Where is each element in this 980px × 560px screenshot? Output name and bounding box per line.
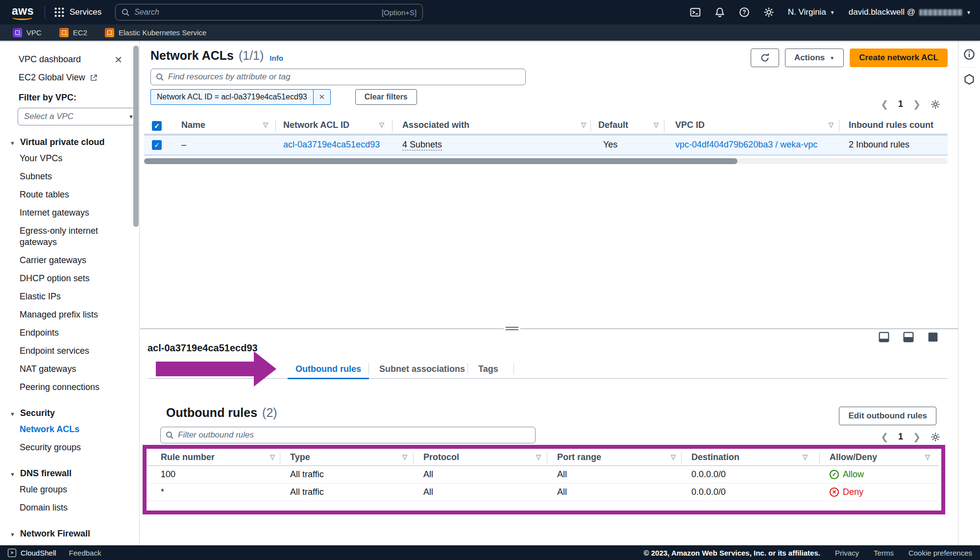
sort-icon[interactable]: ▽ [536,453,541,461]
next-page-icon[interactable]: ❯ [913,431,921,442]
sidebar-item-subnets[interactable]: Subnets [0,168,128,186]
section-header-virtual-private-cloud[interactable]: ▼Virtual private cloud [0,137,139,147]
clear-filters-button[interactable]: Clear filters [355,89,417,105]
section-header-dns-firewall[interactable]: ▼DNS firewall [0,468,139,479]
account-menu[interactable]: david.blackwell @ ▼ [849,7,971,17]
sidebar-item-internet-gateways[interactable]: Internet gateways [0,204,128,222]
sidebar-title-vpc-dashboard[interactable]: VPC dashboard [19,54,81,65]
sidebar-item-rule-groups[interactable]: Rule groups [0,481,128,499]
next-page-icon[interactable]: ❯ [913,98,921,110]
sidebar-item-endpoints[interactable]: Endpoints [0,324,128,342]
sidebar-item-ec2-global-view[interactable]: EC2 Global View [19,73,139,83]
sidebar-item-peering-connections[interactable]: Peering connections [0,378,128,396]
create-network-acl-button[interactable]: Create network ACL [850,49,948,67]
previous-page-icon[interactable]: ❮ [881,98,888,110]
column-header-default[interactable]: Default [598,120,628,130]
sidebar-item-egress-only-internet-gateways[interactable]: Egress-only internet gateways [0,222,128,251]
sidebar-item-carrier-gateways[interactable]: Carrier gateways [0,251,128,269]
preferences-gear-icon[interactable] [931,99,940,109]
sort-icon[interactable]: ▽ [270,453,275,461]
column-header-inbound-rules-count[interactable]: Inbound rules count [849,120,933,130]
sidebar-item-domain-lists[interactable]: Domain lists [0,499,128,517]
sort-icon[interactable]: ▽ [654,121,659,128]
sidebar-item-dhcp-option-sets[interactable]: DHCP option sets [0,269,128,288]
section-header-security[interactable]: ▼Security [0,408,139,418]
acl-table-row-selected[interactable]: ✓ – acl-0a3719e4ca51ecd93 4 Subnets Yes … [144,135,948,155]
vpc-select-dropdown[interactable]: Select a VPC ▼ [18,108,140,125]
section-header-network-firewall[interactable]: ▼Network Firewall [0,529,139,539]
previous-page-icon[interactable]: ❮ [881,431,888,442]
sort-icon[interactable]: ▽ [925,453,930,461]
panel-bottom-icon[interactable] [879,332,889,342]
favorite-eks[interactable]: Elastic Kubernetes Service [105,28,206,37]
sidebar-scrollbar[interactable] [133,46,139,227]
sort-icon[interactable]: ▽ [581,121,586,128]
terms-link[interactable]: Terms [874,549,894,557]
refresh-button[interactable] [751,49,779,67]
cell-associated-subnets-link[interactable]: 4 Subnets [402,140,442,150]
sidebar-item-endpoint-services[interactable]: Endpoint services [0,342,128,360]
column-header-network-acl-id[interactable]: Network ACL ID [283,120,349,130]
cloudshell-launcher[interactable]: > CloudShell [8,549,56,557]
favorite-vpc[interactable]: VPC [13,28,42,37]
column-header-type[interactable]: Type [290,452,310,463]
column-header-allow-deny[interactable]: Allow/Deny [830,452,877,463]
column-header-associated-with[interactable]: Associated with [402,120,469,130]
sidebar-item-nat-gateways[interactable]: NAT gateways [0,360,128,378]
feedback-link[interactable]: Feedback [69,549,101,557]
current-page[interactable]: 1 [898,99,903,109]
global-search[interactable]: [Option+S] [115,4,423,21]
outbound-rule-row[interactable]: 100 All traffic All All 0.0.0.0/0 ✓ Allo… [147,466,938,484]
edit-outbound-rules-button[interactable]: Edit outbound rules [839,407,936,425]
find-resources-text-input[interactable] [168,72,520,82]
help-icon[interactable]: ? [739,7,750,18]
sidebar-item-network-acls[interactable]: Network ACLs [0,420,128,438]
split-panel-resize-handle[interactable] [504,325,520,332]
column-header-protocol[interactable]: Protocol [423,452,459,463]
cell-vpc-id-link[interactable]: vpc-04df404d79b620ba3 / weka-vpc [675,140,817,150]
column-header-rule-number[interactable]: Rule number [161,452,215,463]
global-search-input[interactable] [134,8,377,17]
sidebar-item-managed-prefix-lists[interactable]: Managed prefix lists [0,306,128,324]
find-resources-input[interactable] [150,69,526,85]
panel-split-icon[interactable] [903,332,914,342]
notifications-bell-icon[interactable] [714,7,725,18]
sort-icon[interactable]: ▽ [829,121,833,128]
sort-icon[interactable]: ▽ [402,453,407,461]
region-selector[interactable]: N. Virginia ▼ [788,7,835,17]
tab-subnet-associations[interactable]: Subnet associations [371,359,473,379]
outbound-rule-row[interactable]: * All traffic All All 0.0.0.0/0 ✕ Deny [147,484,938,501]
select-all-checkbox[interactable]: ✓ [152,121,162,131]
panel-full-icon[interactable] [928,332,938,342]
info-panel-icon[interactable] [963,49,975,60]
sidebar-item-security-groups[interactable]: Security groups [0,438,128,457]
tab-tags[interactable]: Tags [470,359,506,379]
column-header-name[interactable]: Name [181,120,205,130]
tab-outbound-rules[interactable]: Outbound rules [288,359,369,379]
sidebar-item-your-vpcs[interactable]: Your VPCs [0,149,128,168]
column-header-vpc-id[interactable]: VPC ID [675,120,705,130]
remove-filter-icon[interactable]: ✕ [314,90,330,104]
column-header-destination[interactable]: Destination [691,452,739,463]
sort-icon[interactable]: ▽ [263,121,268,128]
filter-outbound-rules-input[interactable] [160,427,536,443]
horizontal-scrollbar-thumb[interactable] [144,158,737,164]
services-menu[interactable]: Services [54,7,101,18]
sidebar-item-elastic-ips[interactable]: Elastic IPs [0,288,128,306]
current-page[interactable]: 1 [898,432,903,442]
row-checkbox[interactable]: ✓ [152,140,162,150]
resources-panel-icon[interactable] [963,73,975,85]
actions-button[interactable]: Actions ▼ [785,49,844,67]
cookie-preferences-link[interactable]: Cookie preferences [908,549,972,557]
column-header-port-range[interactable]: Port range [557,452,601,463]
sort-icon[interactable]: ▽ [671,453,676,461]
filter-outbound-rules-text-input[interactable] [178,430,530,440]
aws-logo[interactable]: aws [12,5,34,17]
sidebar-item-route-tables[interactable]: Route tables [0,186,128,204]
sort-icon[interactable]: ▽ [803,453,808,461]
cell-acl-id-link[interactable]: acl-0a3719e4ca51ecd93 [283,140,380,150]
privacy-link[interactable]: Privacy [835,549,859,557]
sort-icon[interactable]: ▽ [379,121,384,128]
favorite-ec2[interactable]: EC2 [59,28,87,37]
cloudshell-icon[interactable] [690,7,701,18]
